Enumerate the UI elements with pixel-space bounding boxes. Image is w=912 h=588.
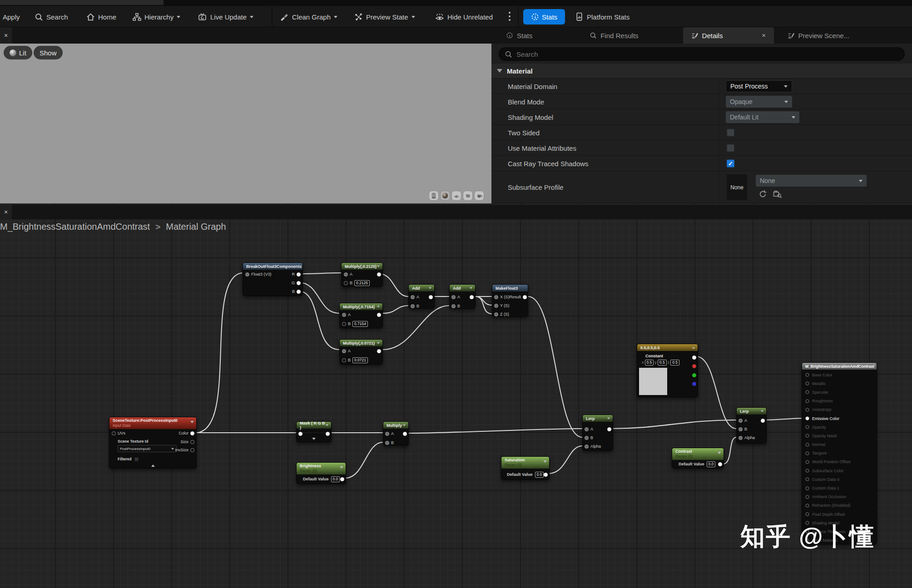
multiply-r-value[interactable]: 0.2125 [354,280,370,286]
live-update-button[interactable]: Live Update [198,6,253,27]
material-output-pin-row[interactable]: Metallic [802,379,877,388]
brightness-dv-value[interactable]: 0.0 [331,476,340,482]
details-search-input[interactable] [516,50,898,58]
multiply-g-b-pin[interactable] [342,322,346,326]
material-section-header[interactable]: Material [491,64,912,79]
material-output-pin[interactable] [805,460,809,464]
node-constant[interactable]: 0.5,0.5,0.5 Constant x0.5 y0.5 z0.5 [637,344,698,397]
cube-mesh-button[interactable] [463,191,473,201]
material-output-pin-row[interactable]: Custom Data 1 [802,484,877,492]
saturation-dv-value[interactable]: 0.0 [535,472,544,478]
constant-b-pin[interactable] [692,382,696,386]
add2-out-pin[interactable] [470,295,474,299]
constant-x-value[interactable]: 0.5 [645,360,654,366]
node-scenetexture[interactable]: SceneTexture:PostProcessInput0Input Data… [109,417,197,469]
scenetexture-filtered-checkbox[interactable] [134,457,139,461]
material-output-pin-row[interactable]: Anisotropy [802,405,877,414]
node-breakout-float3[interactable]: BreakOutFloat3Components Float3 (V3) R G… [243,262,303,296]
material-output-pin[interactable] [805,399,809,403]
lit-mode-button[interactable]: Lit [4,46,32,59]
multiply-b-value[interactable]: 0.0721 [352,357,368,363]
graph-tab-close-button[interactable]: × [0,205,12,219]
node-material-output[interactable]: M_BrightnessSaturationAmdContrast Base C… [802,362,877,544]
multiply-g-a-pin[interactable] [342,313,346,317]
scenetexture-color-pin[interactable] [190,431,194,435]
multiply-r-a-pin[interactable] [344,272,348,277]
material-output-pin-row[interactable]: Pixel Depth Offset [802,510,877,519]
breakout-input-pin[interactable] [245,272,249,277]
multiply-b-out-pin[interactable] [377,349,381,353]
material-output-pin-row[interactable]: World Position Offset [802,458,877,466]
node-contrast[interactable]: ContrastParam (0) Default Value0.0 [672,448,724,469]
multiply-a-pin[interactable] [385,432,389,436]
material-output-pin-row[interactable]: Normal [802,440,877,449]
material-graph-canvas[interactable]: × M_BrightnessSaturationAmdContrast > Ma… [0,203,912,588]
constant-out-pin[interactable] [692,356,696,360]
two-sided-checkbox[interactable] [727,128,734,136]
home-button[interactable]: Home [86,6,116,27]
material-output-pin[interactable] [805,434,809,438]
saturation-out-pin[interactable] [544,473,548,477]
brightness-out-pin[interactable] [340,477,344,481]
hierarchy-button[interactable]: Hierarchy [133,6,180,27]
multiply-g-out-pin[interactable] [377,313,381,317]
plane-mesh-button[interactable] [451,191,461,201]
material-output-pin[interactable] [805,504,809,507]
node-makefloat3[interactable]: MakeFloat3 X (S) Result Y (S) Z (S) [492,284,528,317]
node-brightness[interactable]: BrightnessParam (0) Default Value0.0 [296,462,346,484]
material-output-pin-row[interactable]: Custom Data 0 [802,475,877,484]
material-output-pin-row[interactable]: Roughness [802,397,877,405]
lerp2-a-pin[interactable] [739,419,743,423]
clean-graph-button[interactable]: Clean Graph [280,6,337,27]
material-output-pin[interactable] [805,469,809,473]
viewport-tab-close-button[interactable]: × [0,27,12,44]
node-add-1[interactable]: Add A B [408,284,435,309]
node-saturation[interactable]: SaturationParam (0) Default Value0.0 [501,456,550,480]
node-lerp-2[interactable]: Lerp A B Alpha [736,407,767,444]
constant-r-pin[interactable] [692,364,696,368]
add2-b-pin[interactable] [451,304,456,308]
multiply-b-pin[interactable] [385,441,389,445]
material-output-pin[interactable] [805,382,809,385]
tab-details[interactable]: Details × [683,27,774,44]
cast-ray-traced-shadows-checkbox[interactable]: ✓ [727,159,734,167]
constant-z-value[interactable]: 0.5 [670,360,679,366]
multiply-b-a-pin[interactable] [342,349,346,353]
lerp1-b-pin[interactable] [585,436,589,440]
multiply-out-pin[interactable] [403,432,407,436]
node-multiply[interactable]: Multiply A B [383,421,409,446]
lerp1-out-pin[interactable] [607,427,611,431]
subsurface-profile-thumbnail[interactable]: None [727,174,747,200]
material-output-pin-row[interactable]: Base Color [802,371,877,379]
show-menu-button[interactable]: Show [34,46,63,59]
mask-out-pin[interactable] [326,432,330,436]
node-mask[interactable]: Mask ( R G B ) [296,421,332,442]
platform-stats-button[interactable]: Platform Stats [575,6,629,27]
makefloat3-z-pin[interactable] [494,312,498,316]
material-output-pin-row[interactable]: Ambient Occlusion [802,493,877,501]
node-lerp-1[interactable]: Lerp A B Alpha [582,415,613,451]
material-output-pin-row[interactable]: Tangent [802,449,877,458]
preview-state-button[interactable]: Preview State [354,6,415,27]
multiply-g-value[interactable]: 0.7154 [352,321,368,327]
hide-unrelated-button[interactable]: Hide Unrelated [435,6,493,27]
material-output-pin[interactable] [805,373,809,377]
material-output-pin[interactable] [805,495,809,499]
scenetexture-size-pin[interactable] [190,440,194,444]
multiply-b-b-pin[interactable] [342,358,346,362]
material-output-pin[interactable] [805,443,809,446]
mask-in-pin[interactable] [298,432,302,436]
stats-toggle-button[interactable]: i Stats [523,9,565,25]
material-output-pin[interactable] [805,408,809,411]
material-output-pin-row[interactable]: Opacity [802,423,877,431]
material-output-pin[interactable] [805,486,809,490]
details-search-bar[interactable] [499,47,905,61]
material-output-pin[interactable] [805,416,809,420]
lerp1-alpha-pin[interactable] [585,445,589,449]
sphere-mesh-button[interactable] [440,191,450,201]
material-output-pin[interactable] [805,451,809,455]
node-multiply-r[interactable]: Multiply(,0.2125) A B0.2125 [341,262,383,287]
scenetexture-expand-caret[interactable] [151,463,155,468]
makefloat3-result-pin[interactable] [523,295,527,299]
search-button[interactable]: Search [35,6,68,27]
